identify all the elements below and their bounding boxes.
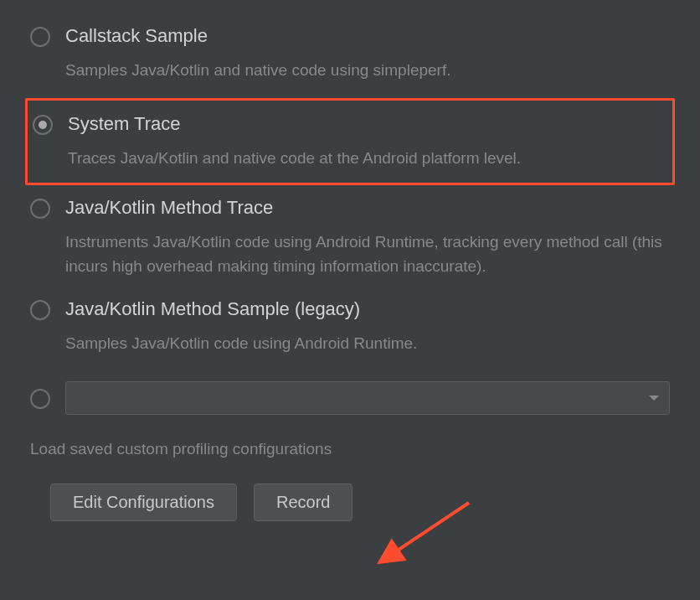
option-description: Samples Java/Kotlin code using Android R… <box>65 332 670 356</box>
option-title: Java/Kotlin Method Sample (legacy) <box>65 298 670 320</box>
chevron-down-icon <box>649 396 659 401</box>
radio-system-trace[interactable] <box>33 115 53 135</box>
option-description: Instruments Java/Kotlin code using Andro… <box>65 230 670 278</box>
option-method-trace[interactable]: Java/Kotlin Method Trace Instruments Jav… <box>25 189 675 290</box>
edit-configurations-button[interactable]: Edit Configurations <box>50 484 237 521</box>
radio-method-sample-legacy[interactable] <box>30 300 50 320</box>
option-method-sample-legacy[interactable]: Java/Kotlin Method Sample (legacy) Sampl… <box>25 290 675 368</box>
record-button[interactable]: Record <box>254 484 353 521</box>
option-content: Java/Kotlin Method Sample (legacy) Sampl… <box>65 298 670 356</box>
option-title: Callstack Sample <box>65 25 670 47</box>
hint-text: Load saved custom profiling configuratio… <box>30 440 675 458</box>
option-description: Traces Java/Kotlin and native code at th… <box>68 147 664 171</box>
option-content: Callstack Sample Samples Java/Kotlin and… <box>65 25 670 83</box>
radio-method-trace[interactable] <box>30 199 50 219</box>
button-row: Edit Configurations Record <box>50 484 675 521</box>
option-content: System Trace Traces Java/Kotlin and nati… <box>68 113 664 171</box>
custom-config-select[interactable] <box>65 381 670 415</box>
option-title: System Trace <box>68 113 664 135</box>
radio-custom-config[interactable] <box>30 389 50 409</box>
option-title: Java/Kotlin Method Trace <box>65 197 670 219</box>
option-content: Java/Kotlin Method Trace Instruments Jav… <box>65 197 670 278</box>
custom-config-row <box>25 373 675 423</box>
option-description: Samples Java/Kotlin and native code usin… <box>65 59 670 83</box>
option-callstack-sample[interactable]: Callstack Sample Samples Java/Kotlin and… <box>25 17 675 95</box>
radio-callstack-sample[interactable] <box>30 27 50 47</box>
option-system-trace[interactable]: System Trace Traces Java/Kotlin and nati… <box>25 98 675 186</box>
